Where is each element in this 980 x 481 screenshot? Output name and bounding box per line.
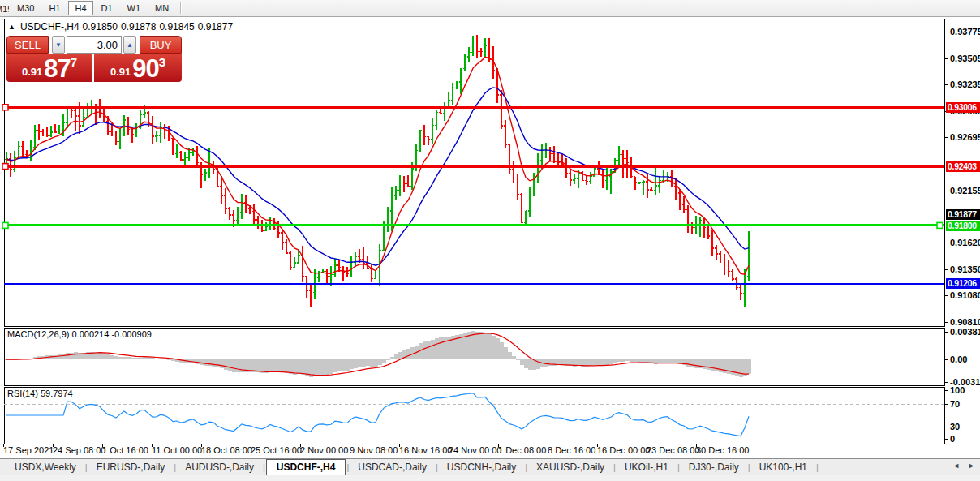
- time-tick-label: 9 Nov 08:00: [350, 445, 398, 455]
- status-strip: [0, 475, 980, 481]
- buy-price-pip: 3: [159, 55, 165, 69]
- tab-scroll-left-icon[interactable]: ◄: [952, 460, 960, 471]
- tab-separator: |: [816, 462, 819, 472]
- tab-usdcnh-daily[interactable]: USDCNH-,Daily: [439, 460, 524, 475]
- symbol-tab-bar: USDX,Weekly|EURUSD-,Daily|AUDUSD-,Daily|…: [0, 458, 980, 475]
- price-badge-0.91800: 0.91800: [946, 221, 980, 231]
- price-badge-0.91877: 0.91877: [946, 209, 980, 220]
- rsi-tick-30: 30: [950, 422, 960, 432]
- macd-tick-0.003811: 0.003811: [950, 327, 980, 337]
- tab-dj30-daily[interactable]: DJ30-,Daily: [681, 460, 747, 475]
- time-tick-label: 8 Dec 16:00: [548, 445, 595, 455]
- lot-decrease-button[interactable]: ▼: [52, 36, 65, 54]
- price-tick-0.93505: 0.93505: [950, 54, 980, 64]
- time-tick-label: 2 Nov 00:00: [300, 445, 348, 455]
- buy-button[interactable]: BUY: [140, 36, 182, 54]
- tab-xauusd-daily[interactable]: XAUUSD-,Daily: [528, 460, 612, 475]
- time-tick-label: 1 Dec 08:00: [498, 445, 546, 455]
- ohlc-low: 0.91845: [159, 21, 194, 32]
- price-badge-0.91206: 0.91206: [946, 278, 980, 289]
- sell-button[interactable]: SELL: [6, 36, 49, 54]
- time-tick-label: 18 Oct 08:00: [201, 445, 252, 455]
- ohlc-open: 0.91850: [83, 21, 118, 32]
- rsi-line: [6, 393, 749, 436]
- tab-separator: |: [263, 462, 265, 472]
- price-tick-0.92155: 0.92155: [950, 186, 980, 196]
- tab-uk100-h1[interactable]: UK100-,H1: [751, 460, 815, 475]
- tab-separator: |: [346, 462, 349, 472]
- price-tick-0.91620: 0.91620: [950, 238, 980, 248]
- rsi-tick-70: 70: [950, 399, 960, 410]
- lot-increase-button[interactable]: ▲: [123, 36, 136, 54]
- tab-scroll-controls: ◄ ►: [952, 460, 975, 471]
- time-tick-label: 16 Dec 00:00: [597, 445, 650, 455]
- lot-size-input[interactable]: [67, 36, 122, 54]
- price-tick-0.93775: 0.93775: [950, 27, 980, 37]
- tab-ukoil-h1[interactable]: UKOil-,H1: [617, 460, 677, 475]
- tab-usdchf-h4[interactable]: USDCHF-,H4: [266, 459, 346, 475]
- time-tick-label: 1 Oct 16:00: [102, 445, 148, 455]
- tab-usdx-weekly[interactable]: USDX,Weekly: [6, 460, 84, 475]
- one-click-trade-panel: SELL ▼ ▲ BUY 0.91 87 7 0.91 90 3: [6, 36, 182, 82]
- tab-usdcad-daily[interactable]: USDCAD-,Daily: [350, 460, 435, 475]
- ma-slow-line: [6, 88, 749, 265]
- time-tick-label: 24 Nov 00:00: [449, 445, 501, 455]
- collapse-panel-icon[interactable]: ▲: [8, 23, 15, 31]
- tab-separator: |: [525, 462, 527, 472]
- tab-eurusd-daily[interactable]: EURUSD-,Daily: [88, 460, 174, 475]
- buy-price-prefix: 0.91: [110, 66, 131, 78]
- buy-price-big: 90: [132, 56, 158, 81]
- sell-price-pip: 7: [71, 55, 77, 69]
- rsi-panel[interactable]: [5, 388, 945, 444]
- price-tick-0.93235: 0.93235: [950, 79, 980, 90]
- rsi-tick-0: 0: [950, 434, 955, 444]
- ohlc-close: 0.91877: [198, 21, 233, 32]
- rsi-indicator-label: RSI(14) 59.7974: [7, 389, 73, 398]
- time-tick-label: 16 Nov 16:00: [399, 445, 452, 455]
- sell-price-big: 87: [44, 56, 70, 81]
- chart-symbol: USDCHF-,H4: [20, 21, 80, 32]
- macd-tick-0.00: 0.00: [950, 354, 967, 365]
- rsi-tick-100: 100: [950, 385, 965, 396]
- tab-separator: |: [436, 462, 438, 472]
- tab-separator: |: [613, 462, 616, 472]
- trading-platform-window: M15M30H1H4D1W1MN ▲USDCHF-,H40.918500.918…: [0, 0, 980, 481]
- time-tick-label: 24 Sep 08:00: [53, 445, 105, 455]
- tab-separator: |: [748, 462, 750, 472]
- time-tick-label: 25 Oct 16:00: [251, 445, 302, 455]
- buy-price-display[interactable]: 0.91 90 3: [94, 54, 182, 82]
- macd-signal-line: [6, 333, 749, 376]
- time-tick-label: 30 Dec 16:00: [696, 445, 749, 455]
- price-badge-0.92403: 0.92403: [946, 161, 980, 172]
- sell-price-prefix: 0.91: [22, 66, 42, 78]
- tab-separator: |: [85, 462, 88, 472]
- chart-title: ▲USDCHF-,H40.918500.918780.918450.91877: [8, 21, 236, 32]
- time-tick-label: 23 Dec 08:00: [647, 445, 699, 455]
- ohlc-high: 0.91878: [121, 21, 156, 32]
- price-tick-0.91080: 0.91080: [950, 290, 980, 301]
- macd-indicator-label: MACD(12,26,9) 0.000214 -0.000909: [7, 329, 152, 339]
- hline-0.918[interactable]: [2, 222, 944, 228]
- tab-separator: |: [174, 462, 176, 472]
- time-tick-label: 11 Oct 00:00: [152, 445, 202, 455]
- tab-audusd-daily[interactable]: AUDUSD-,Daily: [177, 460, 262, 475]
- tab-scroll-right-icon[interactable]: ►: [968, 460, 975, 471]
- price-badge-0.93006: 0.93006: [946, 102, 980, 113]
- hline-0.92403[interactable]: [2, 164, 944, 170]
- tab-separator: |: [677, 462, 680, 472]
- price-tick-0.92695: 0.92695: [950, 132, 980, 143]
- price-tick-0.91350: 0.91350: [950, 264, 980, 275]
- sell-price-display[interactable]: 0.91 87 7: [6, 54, 92, 82]
- time-tick-label: 17 Sep 2021: [3, 445, 54, 455]
- lot-stepper: ▼ ▲: [52, 36, 136, 54]
